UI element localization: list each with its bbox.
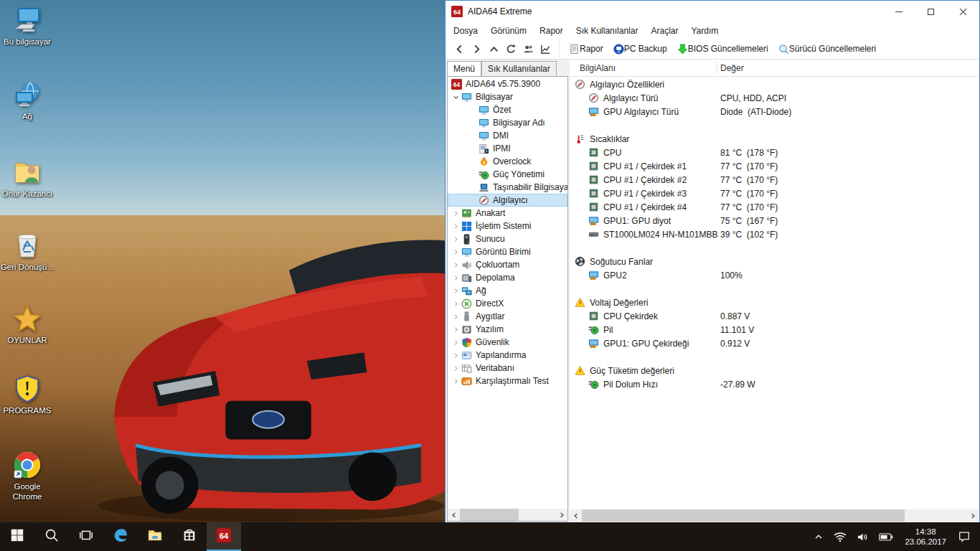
tree-item-aida64-v5-75-3900[interactable]: 64AIDA64 v5.75.3900 bbox=[448, 77, 567, 90]
expander-right-icon[interactable] bbox=[450, 262, 461, 268]
toolbar-pc-backup-button[interactable]: PC Backup bbox=[610, 40, 674, 57]
menu-yard-m[interactable]: Yardım bbox=[684, 24, 725, 38]
scroll-left-icon[interactable] bbox=[448, 509, 460, 521]
expander-right-icon[interactable] bbox=[450, 378, 461, 385]
expander-right-icon[interactable] bbox=[450, 275, 461, 281]
taskbar-clock[interactable]: 14:38 23.06.2017 bbox=[898, 527, 953, 547]
taskbar-task-view-button[interactable] bbox=[69, 522, 103, 551]
list-item-st1000lm024-hn-m101mbb[interactable]: ST1000LM024 HN-M101MBB39 °C (102 °F) bbox=[570, 227, 979, 241]
maximize-button[interactable] bbox=[915, 1, 947, 22]
tree-item-g-venlik[interactable]: Güvenlik bbox=[448, 336, 567, 349]
desktop-icon-geri-d-n[interactable]: Geri Dönüşü... bbox=[0, 231, 55, 272]
toolbar-users-button[interactable] bbox=[520, 40, 537, 57]
list-item-pil[interactable]: Pil11.101 V bbox=[570, 323, 979, 336]
list-item-cpu-ekirdek[interactable]: CPU Çekirdek0.887 V bbox=[570, 309, 979, 323]
expander-right-icon[interactable] bbox=[450, 301, 461, 307]
tree-item-g-r-nt-birimi[interactable]: Görüntü Birimi bbox=[448, 245, 567, 258]
list-item-gpu1-gpu-diyot[interactable]: GPU1: GPU diyot75 °C (167 °F) bbox=[570, 214, 979, 227]
taskbar-search-button[interactable] bbox=[34, 522, 69, 551]
taskbar-start-button[interactable] bbox=[0, 522, 34, 551]
toolbar-forward-button[interactable] bbox=[468, 40, 485, 57]
tray-tray-chevron-button[interactable] bbox=[809, 532, 829, 542]
toolbar-bios-g-ncellemeleri-button[interactable]: BIOS Güncellemeleri bbox=[674, 40, 775, 57]
tree-item-sunucu[interactable]: Sunucu bbox=[448, 232, 567, 245]
toolbar-refresh-button[interactable] bbox=[503, 40, 519, 57]
scrollbar-thumb[interactable] bbox=[460, 509, 519, 521]
menu-rapor[interactable]: Rapor bbox=[533, 24, 570, 38]
scroll-right-icon[interactable] bbox=[555, 509, 567, 521]
taskbar-file-explorer-button[interactable] bbox=[138, 522, 172, 551]
desktop-icon-programs[interactable]: PROGRAMS bbox=[0, 375, 55, 415]
list-section-voltaj-de-erleri[interactable]: Voltaj Değerleri bbox=[570, 296, 979, 309]
menu-ara-lar[interactable]: Araçlar bbox=[644, 24, 684, 38]
expander-right-icon[interactable] bbox=[450, 223, 461, 230]
list-section-s-cakl-klar[interactable]: Sıcaklıklar bbox=[570, 132, 979, 146]
tree-item-alg-lay-c[interactable]: Algılayıcı bbox=[448, 194, 567, 207]
column-header-field[interactable]: BilgiAlanı bbox=[570, 63, 616, 73]
desktop-icon-google-chrome[interactable]: Google Chrome bbox=[0, 451, 55, 501]
expander-right-icon[interactable] bbox=[450, 249, 461, 255]
list-item-cpu-1-ekirdek-1[interactable]: CPU #1 / Çekirdek #177 °C (170 °F) bbox=[570, 159, 979, 173]
tree-item-bilgisayar-ad[interactable]: Bilgisayar Adı bbox=[448, 116, 567, 129]
tree-item-kar-la-t-rmal-test[interactable]: Karşılaştırmalı Test bbox=[448, 375, 567, 387]
tree-item-ta-nabilir-bilgisaya[interactable]: Taşınabilir Bilgisaya bbox=[448, 181, 567, 194]
tree-item-ipmi[interactable]: IPMI bbox=[448, 142, 567, 155]
tree-item-okluortam[interactable]: Çokluortam bbox=[448, 258, 567, 271]
tree-item-i-letim-sistemi[interactable]: İşletim Sistemi bbox=[448, 220, 567, 232]
desktop-icon-oyunlar[interactable]: OYUNLAR bbox=[0, 304, 55, 345]
list-section-g-t-ketim-de-erleri[interactable]: Güç Tüketim değerleri bbox=[570, 364, 979, 377]
toolbar-back-button[interactable] bbox=[451, 40, 468, 57]
taskbar-store-button[interactable] bbox=[172, 522, 207, 551]
list-item-cpu-1-ekirdek-4[interactable]: CPU #1 / Çekirdek #477 °C (170 °F) bbox=[570, 200, 979, 214]
toolbar-s-r-c-g-ncellemeleri-button[interactable]: Sürücü Güncellemeleri bbox=[775, 40, 882, 57]
toolbar-rapor-button[interactable]: Rapor bbox=[565, 40, 610, 57]
tree-item-dmi[interactable]: DMI bbox=[448, 129, 567, 142]
expander-right-icon[interactable] bbox=[450, 339, 461, 346]
list-item-gpu-alg-lay-c-t-r[interactable]: GPU Algılayıcı TürüDiode (ATI-Diode) bbox=[570, 105, 979, 118]
taskbar-aida64-button[interactable]: 64 bbox=[207, 522, 241, 551]
menu-s-k-kullan-lanlar[interactable]: Sık Kullanılanlar bbox=[570, 24, 645, 38]
scroll-left-icon[interactable] bbox=[570, 509, 582, 522]
tray-wifi-button[interactable] bbox=[829, 532, 852, 542]
minimize-button[interactable] bbox=[882, 1, 915, 22]
taskbar-edge-button[interactable] bbox=[103, 522, 138, 551]
column-header-value[interactable]: Değer bbox=[720, 63, 744, 73]
expander-right-icon[interactable] bbox=[450, 326, 461, 333]
menu-dosya[interactable]: Dosya bbox=[447, 24, 484, 38]
tree-item-zet[interactable]: Özet bbox=[448, 103, 567, 116]
list-item-gpu1-gpu-ekirde-i[interactable]: GPU1: GPU Çekirdeği0.912 V bbox=[570, 336, 979, 350]
list-section-alg-lay-c-zellikleri[interactable]: Algılayıcı Özellikleri bbox=[570, 77, 979, 91]
desktop-icon-onur-kazanc[interactable]: Onur Kazancı bbox=[0, 158, 55, 199]
list-item-cpu-1-ekirdek-3[interactable]: CPU #1 / Çekirdek #377 °C (170 °F) bbox=[570, 187, 979, 200]
tree-item-depolama[interactable]: Depolama bbox=[448, 271, 567, 284]
tree-item-bilgisayar[interactable]: Bilgisayar bbox=[448, 90, 567, 103]
list-item-cpu[interactable]: CPU81 °C (178 °F) bbox=[570, 146, 979, 159]
toolbar-up-button[interactable] bbox=[486, 40, 502, 57]
expander-right-icon[interactable] bbox=[450, 288, 461, 294]
tree-item-ayg-tlar[interactable]: Aygıtlar bbox=[448, 310, 567, 323]
scrollbar-track[interactable] bbox=[460, 509, 555, 521]
titlebar[interactable]: 64 AIDA64 Extreme bbox=[446, 1, 979, 22]
list-item-cpu-1-ekirdek-2[interactable]: CPU #1 / Çekirdek #277 °C (170 °F) bbox=[570, 173, 979, 187]
tree-hscrollbar[interactable] bbox=[448, 509, 567, 521]
expander-right-icon[interactable] bbox=[450, 352, 461, 359]
list-hscrollbar[interactable] bbox=[570, 509, 979, 522]
expander-right-icon[interactable] bbox=[450, 314, 461, 320]
scrollbar-track[interactable] bbox=[582, 509, 966, 522]
list-item-alg-lay-c-t-r[interactable]: Algılayıcı TürüCPU, HDD, ACPI bbox=[570, 91, 979, 105]
list-section-so-utucu-fanlar[interactable]: Soğutucu Fanlar bbox=[570, 255, 979, 268]
tree-item-overclock[interactable]: Overclock bbox=[448, 155, 567, 168]
desktop-icon-a[interactable]: Ağ bbox=[0, 80, 55, 121]
tree-item-yap-land-rma[interactable]: Yapılandırma bbox=[448, 349, 567, 362]
desktop-icon-bu-bilgisayar[interactable]: Bu bilgisayar bbox=[0, 6, 55, 47]
menu-g-r-n-m[interactable]: Görünüm bbox=[484, 24, 533, 38]
tab-men[interactable]: Menü bbox=[447, 61, 481, 76]
tree-item-anakart[interactable]: Anakart bbox=[448, 207, 567, 220]
tray-volume-button[interactable] bbox=[852, 532, 874, 542]
action-center-button[interactable] bbox=[953, 530, 976, 543]
tree-item-veritaban[interactable]: Veritabanı bbox=[448, 362, 567, 375]
tab-s-k-kullan-lanlar[interactable]: Sık Kullanılanlar bbox=[481, 61, 557, 76]
scroll-right-icon[interactable] bbox=[966, 509, 979, 522]
tree-item-a[interactable]: Ağ bbox=[448, 284, 567, 297]
scrollbar-thumb[interactable] bbox=[582, 509, 905, 522]
